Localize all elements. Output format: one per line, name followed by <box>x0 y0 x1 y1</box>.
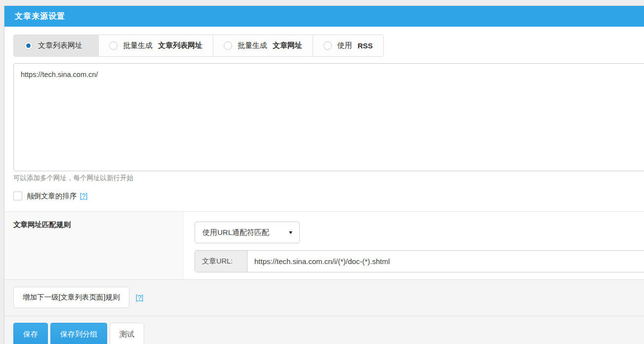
source-type-tab-group: 文章列表网址 批量生成 文章列表网址 批量生成 文章网址 使用 RSS <box>13 35 384 57</box>
tab-label: 批量生成 <box>123 41 153 50</box>
tab-label-bold: 文章列表网址 <box>158 41 202 50</box>
radio-icon[interactable] <box>109 41 118 50</box>
add-rule-strip: 增加下一级[文章列表页面]规则 [?] <box>4 279 644 316</box>
radio-selected-icon[interactable] <box>24 41 33 50</box>
tab-article-list-url[interactable]: 文章列表网址 <box>14 35 99 56</box>
save-to-group-button[interactable]: 保存到分组 <box>50 323 107 344</box>
source-settings-body: 文章列表网址 批量生成 文章列表网址 批量生成 文章网址 使用 RSS http… <box>4 27 644 211</box>
tab-label-bold: 文章网址 <box>273 41 302 50</box>
chevron-down-icon: ▼ <box>288 230 294 235</box>
radio-icon[interactable] <box>224 41 232 50</box>
url-match-rule-label-col: 文章网址匹配规则 <box>4 212 183 279</box>
url-list-hint: 可以添加多个网址，每个网址以新行开始 <box>13 174 644 183</box>
reverse-order-help-link[interactable]: [?] <box>80 192 88 200</box>
add-rule-help-link[interactable]: [?] <box>136 294 144 302</box>
match-method-selected-value: 使用URL通配符匹配 <box>202 228 269 237</box>
test-button[interactable]: 测试 <box>110 323 144 344</box>
tab-use-rss[interactable]: 使用 RSS <box>313 35 383 56</box>
tab-label: 批量生成 <box>238 41 267 50</box>
article-url-pattern-input[interactable] <box>247 251 644 272</box>
radio-icon[interactable] <box>323 41 332 50</box>
article-url-label: 文章URL: <box>195 251 247 272</box>
tab-label-bold: RSS <box>358 41 373 50</box>
save-button[interactable]: 保存 <box>13 323 48 344</box>
article-url-input-group: 文章URL: <box>195 250 644 272</box>
match-method-select[interactable]: 使用URL通配符匹配 ▼ <box>195 222 300 243</box>
reverse-order-label[interactable]: 颠倒文章的排序 <box>27 191 77 201</box>
save-button-strip: 保存 保存到分组 测试 <box>4 316 644 344</box>
page-title: 文章来源设置 <box>15 11 65 22</box>
tab-batch-generate-list-url[interactable]: 批量生成 文章列表网址 <box>99 35 213 56</box>
tab-label: 使用 <box>337 41 352 50</box>
url-match-rule-section: 文章网址匹配规则 使用URL通配符匹配 ▼ 文章URL: <box>4 211 644 279</box>
reverse-order-row: 颠倒文章的排序 [?] <box>13 191 644 201</box>
panel-header: 文章来源设置 <box>4 6 644 27</box>
url-match-rule-controls: 使用URL通配符匹配 ▼ 文章URL: <box>183 212 644 279</box>
article-source-panel: 文章来源设置 文章列表网址 批量生成 文章列表网址 批量生成 文章网址 使用 R… <box>4 5 644 344</box>
url-list-textarea[interactable]: https://tech.sina.com.cn/ <box>13 63 644 171</box>
url-match-rule-label: 文章网址匹配规则 <box>13 221 71 229</box>
reverse-order-checkbox[interactable] <box>13 191 22 200</box>
tab-label: 文章列表网址 <box>38 41 82 50</box>
tab-batch-generate-article-url[interactable]: 批量生成 文章网址 <box>213 35 313 56</box>
add-next-level-rule-button[interactable]: 增加下一级[文章列表页面]规则 <box>13 287 129 308</box>
